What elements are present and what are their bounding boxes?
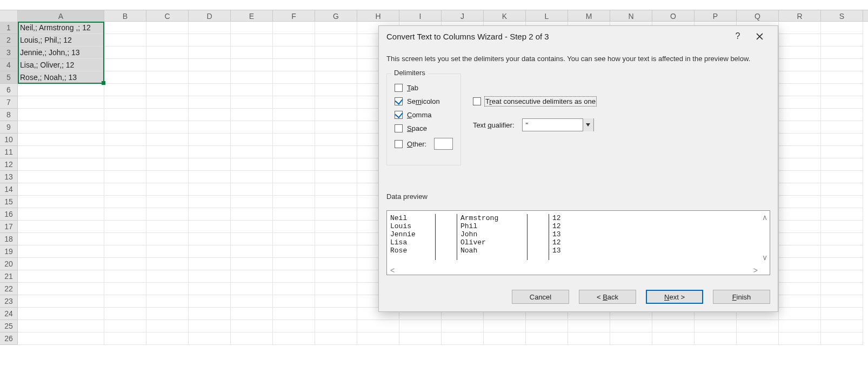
row-header-15[interactable]: 15 [0,196,18,208]
row-header-21[interactable]: 21 [0,270,18,283]
cell-R23[interactable] [779,295,821,308]
cell-D1[interactable] [189,22,231,34]
cell-S18[interactable] [821,233,863,245]
next-button[interactable]: Next > [646,290,703,304]
cell-G8[interactable] [315,109,357,121]
column-header-A[interactable]: A [18,10,104,22]
cell-F25[interactable] [273,320,315,332]
cell-N26[interactable] [610,332,652,345]
cell-E20[interactable] [231,258,273,270]
cell-B8[interactable] [104,109,146,121]
back-button[interactable]: < Back [579,290,636,304]
delim-other-label[interactable]: Other: [407,140,426,148]
cell-E24[interactable] [231,308,273,320]
cell-F1[interactable] [273,22,315,34]
cell-S12[interactable] [821,158,863,171]
cell-E1[interactable] [231,22,273,34]
cell-F22[interactable] [273,283,315,295]
cell-B1[interactable] [104,22,146,34]
cell-G13[interactable] [315,171,357,183]
cell-G24[interactable] [315,308,357,320]
cell-E26[interactable] [231,332,273,345]
cell-D23[interactable] [189,295,231,308]
cell-C21[interactable] [146,270,189,283]
cell-G1[interactable] [315,22,357,34]
cell-B6[interactable] [104,84,146,96]
column-header-O[interactable]: O [652,10,695,22]
cell-R20[interactable] [779,258,821,270]
row-header-23[interactable]: 23 [0,295,18,308]
column-header-C[interactable]: C [146,10,189,22]
delim-comma-checkbox[interactable] [395,111,403,119]
cell-F9[interactable] [273,121,315,134]
cell-G21[interactable] [315,270,357,283]
cell-C1[interactable] [146,22,189,34]
cell-B16[interactable] [104,208,146,221]
cell-D22[interactable] [189,283,231,295]
column-header-K[interactable]: K [484,10,526,22]
cell-F11[interactable] [273,146,315,158]
cell-S14[interactable] [821,183,863,196]
cell-D9[interactable] [189,121,231,134]
cell-E7[interactable] [231,96,273,109]
cell-S7[interactable] [821,96,863,109]
column-header-J[interactable]: J [442,10,484,22]
cell-B4[interactable] [104,59,146,71]
cell-A11[interactable] [18,146,104,158]
cell-C10[interactable] [146,134,189,146]
cell-E12[interactable] [231,158,273,171]
cell-B18[interactable] [104,233,146,245]
cell-B22[interactable] [104,283,146,295]
cell-H26[interactable] [357,332,399,345]
preview-col-3[interactable] [528,214,549,260]
cell-M25[interactable] [568,320,610,332]
cell-B24[interactable] [104,308,146,320]
cell-K25[interactable] [484,320,526,332]
cell-C19[interactable] [146,245,189,258]
cell-B20[interactable] [104,258,146,270]
cell-D12[interactable] [189,158,231,171]
row-header-5[interactable]: 5 [0,71,18,84]
cell-C25[interactable] [146,320,189,332]
row-header-24[interactable]: 24 [0,308,18,320]
cell-A2[interactable]: Louis,; Phil,; 12 [18,34,104,46]
cell-S2[interactable] [821,34,863,46]
cell-A4[interactable]: Lisa,; Oliver,; 12 [18,59,104,71]
cell-D8[interactable] [189,109,231,121]
cell-D20[interactable] [189,258,231,270]
delim-tab-checkbox[interactable] [395,84,403,92]
cell-G11[interactable] [315,146,357,158]
row-header-1[interactable]: 1 [0,22,18,34]
cell-J25[interactable] [442,320,484,332]
cell-H25[interactable] [357,320,399,332]
cell-D11[interactable] [189,146,231,158]
cell-B12[interactable] [104,158,146,171]
cell-R21[interactable] [779,270,821,283]
cell-B10[interactable] [104,134,146,146]
cell-E14[interactable] [231,183,273,196]
cell-Q25[interactable] [737,320,779,332]
cell-R12[interactable] [779,158,821,171]
cell-E16[interactable] [231,208,273,221]
cell-R9[interactable] [779,121,821,134]
cell-F4[interactable] [273,59,315,71]
cell-E2[interactable] [231,34,273,46]
dialog-titlebar[interactable]: Convert Text to Columns Wizard - Step 2 … [379,26,778,46]
cell-R17[interactable] [779,221,821,233]
row-header-16[interactable]: 16 [0,208,18,221]
cell-A6[interactable] [18,84,104,96]
cell-R13[interactable] [779,171,821,183]
delim-other-input[interactable] [434,138,453,150]
cell-A16[interactable] [18,208,104,221]
cell-D2[interactable] [189,34,231,46]
cell-E15[interactable] [231,196,273,208]
cell-D24[interactable] [189,308,231,320]
cell-D7[interactable] [189,96,231,109]
column-header-B[interactable]: B [104,10,146,22]
cell-A19[interactable] [18,245,104,258]
cell-R24[interactable] [779,308,821,320]
cell-A26[interactable] [18,332,104,345]
cell-D26[interactable] [189,332,231,345]
row-header-14[interactable]: 14 [0,183,18,196]
column-header-R[interactable]: R [779,10,821,22]
